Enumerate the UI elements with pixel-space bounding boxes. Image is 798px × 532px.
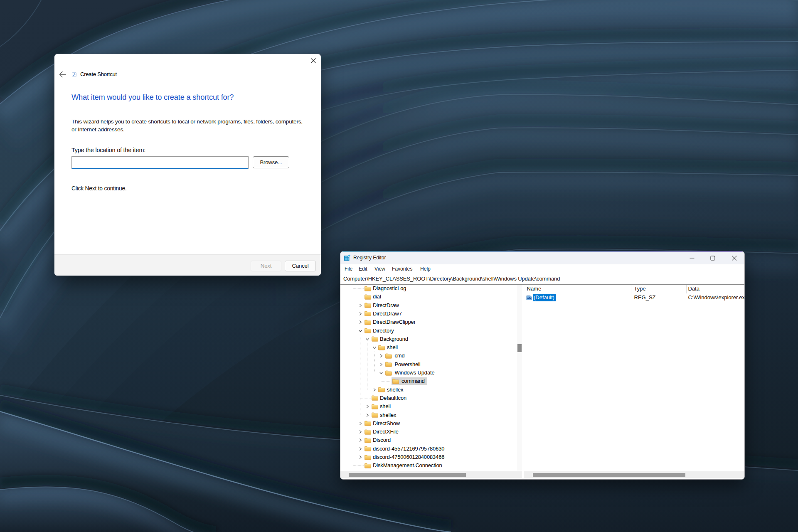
svg-text:ab: ab	[527, 296, 531, 300]
